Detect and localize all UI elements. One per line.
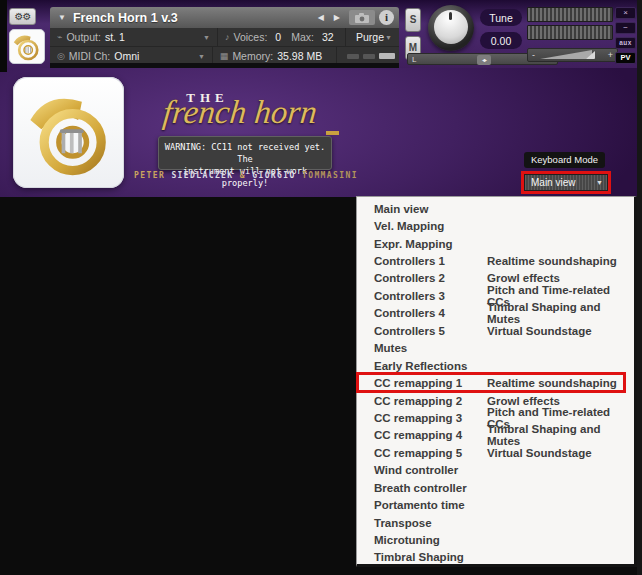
menu-item[interactable]: Timbral Shaping bbox=[357, 549, 634, 566]
purge-indicators bbox=[347, 53, 395, 59]
tune-knob-tick bbox=[449, 12, 452, 20]
menu-item-sublabel: Realtime soundshaping bbox=[487, 255, 634, 267]
volume-wedge bbox=[540, 50, 592, 59]
menu-item-label: Wind controller bbox=[357, 464, 487, 476]
close-button[interactable]: × bbox=[615, 7, 636, 19]
instrument-module: ▼ French Horn 1 v.3 ◀ ▶ i ⌁ Output: bbox=[50, 7, 399, 65]
instrument-thumbnail[interactable] bbox=[9, 29, 45, 64]
max-value: 32 bbox=[322, 31, 334, 43]
info-button[interactable]: i bbox=[379, 10, 394, 25]
output-icon: ⌁ bbox=[57, 32, 62, 42]
instrument-options-button[interactable]: ⚙⚙ bbox=[9, 8, 36, 25]
tune-knob[interactable] bbox=[428, 5, 474, 51]
indicator-segment-active bbox=[379, 53, 395, 59]
french-horn-icon bbox=[12, 32, 42, 62]
level-meter-right bbox=[527, 25, 613, 40]
voices-value: 0 bbox=[275, 31, 281, 43]
level-meter-left bbox=[527, 7, 613, 22]
keyboard-mode-label[interactable]: Keyboard Mode bbox=[524, 152, 605, 168]
pv-button[interactable]: PV bbox=[615, 52, 636, 64]
menu-item[interactable]: Controllers 1 Realtime soundshaping bbox=[357, 252, 634, 269]
menu-item-label: Breath controller bbox=[357, 482, 487, 494]
indicator-segment bbox=[363, 54, 375, 59]
menu-item-label: Expr. Mapping bbox=[357, 238, 487, 250]
instrument-title: French Horn 1 v.3 bbox=[73, 11, 313, 25]
rack-left-edge bbox=[0, 0, 7, 72]
menu-item-label: Transpose bbox=[357, 517, 487, 529]
warning-line-1: WARNING: CC11 not received yet. The bbox=[159, 141, 331, 165]
author-ampersand: & bbox=[240, 171, 252, 180]
authors-line: PETER SIEDLACZEK & GIORGIO TOMMASINI bbox=[132, 171, 360, 180]
menu-item-label: Microtuning bbox=[357, 534, 487, 546]
volume-slider[interactable]: - + bbox=[527, 48, 618, 62]
menu-item[interactable]: Expr. Mapping bbox=[357, 235, 634, 252]
instrument-header: ⚙⚙ ▼ French Horn 1 v.3 ◀ ▶ bbox=[0, 0, 642, 68]
menu-item[interactable]: CC remapping 1 Realtime soundshaping bbox=[357, 374, 634, 391]
level-meters bbox=[527, 7, 613, 40]
output-cell[interactable]: ⌁ Output: st. 1 ▼ bbox=[50, 28, 218, 46]
author-first-name: GIORGIO bbox=[252, 171, 302, 180]
instrument-title-bar[interactable]: ▼ French Horn 1 v.3 ◀ ▶ i bbox=[50, 7, 399, 28]
menu-item[interactable]: CC remapping 4 Timbral Shaping and Mutes bbox=[357, 427, 634, 444]
menu-item[interactable]: Early Reflections bbox=[357, 357, 634, 374]
next-instrument-icon[interactable]: ▶ bbox=[329, 13, 345, 22]
menu-item-sublabel: Realtime soundshaping bbox=[487, 377, 634, 389]
view-dropdown-menu: Main view Vel. Mapping Expr. Mapping Con… bbox=[356, 196, 637, 567]
aux-button[interactable]: aux bbox=[615, 37, 636, 49]
author-last-name: TOMMASINI bbox=[302, 171, 358, 180]
module-rows: ⌁ Output: st. 1 ▼ ♪ Voices: 0 Max: 32 Pu… bbox=[50, 28, 399, 65]
menu-item-label: CC remapping 5 bbox=[357, 447, 487, 459]
author-last-name: SIEDLACZEK bbox=[171, 171, 239, 180]
tune-value[interactable]: 0.00 bbox=[480, 32, 522, 49]
minimize-button[interactable]: − bbox=[615, 22, 636, 34]
menu-item[interactable]: Controllers 5 Virtual Soundstage bbox=[357, 322, 634, 339]
french-horn-image bbox=[23, 87, 115, 179]
menu-item[interactable]: Breath controller bbox=[357, 479, 634, 496]
menu-item[interactable]: CC remapping 5 Virtual Soundstage bbox=[357, 444, 634, 461]
volume-minus-label[interactable]: - bbox=[528, 50, 535, 60]
midi-dropdown-icon[interactable]: ▼ bbox=[198, 53, 208, 60]
menu-item[interactable]: Microtuning bbox=[357, 531, 634, 548]
voices-icon: ♪ bbox=[225, 32, 230, 42]
menu-item-sublabel: Virtual Soundstage bbox=[487, 447, 634, 459]
menu-item[interactable]: Transpose bbox=[357, 514, 634, 531]
annotation-red-box-dropdown: Main view ▼ bbox=[521, 171, 611, 194]
max-label: Max: bbox=[291, 31, 314, 43]
collapse-icon[interactable]: ▼ bbox=[58, 13, 66, 22]
menu-item-label: Mutes bbox=[357, 342, 487, 354]
module-row-1: ⌁ Output: st. 1 ▼ ♪ Voices: 0 Max: 32 Pu… bbox=[50, 28, 399, 46]
menu-item-label: Portamento time bbox=[357, 499, 487, 511]
instrument-artwork-tile bbox=[13, 77, 124, 188]
menu-item[interactable]: Mutes bbox=[357, 340, 634, 357]
pan-center-handle[interactable]: ◂▸ bbox=[477, 55, 491, 65]
menu-item[interactable]: Vel. Mapping bbox=[357, 217, 634, 234]
title-french-horn: french horn bbox=[130, 94, 350, 131]
menu-item[interactable]: Wind controller bbox=[357, 462, 634, 479]
snapshot-camera-button[interactable] bbox=[349, 10, 375, 25]
midi-value: Omni bbox=[114, 50, 139, 62]
menu-item[interactable]: Portamento time bbox=[357, 496, 634, 513]
solo-button[interactable]: S bbox=[405, 8, 421, 32]
indicator-segment bbox=[347, 54, 359, 59]
menu-item-label: CC remapping 3 bbox=[357, 412, 487, 424]
menu-item[interactable]: Main view bbox=[357, 200, 634, 217]
tune-title: Tune bbox=[480, 9, 522, 26]
prev-instrument-icon[interactable]: ◀ bbox=[313, 13, 329, 22]
memory-label: Memory: bbox=[232, 50, 273, 62]
gear-icon: ⚙⚙ bbox=[15, 11, 31, 22]
menu-item-label: Early Reflections bbox=[357, 360, 487, 372]
rack-right-edge bbox=[637, 0, 642, 575]
menu-item-label: Vel. Mapping bbox=[357, 220, 487, 232]
purge-label[interactable]: Purge bbox=[356, 31, 384, 43]
purge-cell[interactable]: Purge ▼ bbox=[346, 28, 399, 46]
menu-item-label: Controllers 5 bbox=[357, 325, 487, 337]
warning-box: WARNING: CC11 not received yet. The inst… bbox=[158, 136, 332, 170]
view-dropdown-arrow-icon: ▼ bbox=[596, 179, 607, 186]
camera-icon bbox=[355, 13, 369, 23]
purge-dropdown-icon[interactable]: ▼ bbox=[385, 34, 395, 41]
menu-item-label: CC remapping 1 bbox=[357, 377, 487, 389]
voices-label: Voices: bbox=[234, 31, 268, 43]
menu-item[interactable]: Controllers 4 Timbral Shaping and Mutes bbox=[357, 305, 634, 322]
view-dropdown[interactable]: Main view ▼ bbox=[524, 174, 608, 191]
output-dropdown-icon[interactable]: ▼ bbox=[203, 34, 213, 41]
